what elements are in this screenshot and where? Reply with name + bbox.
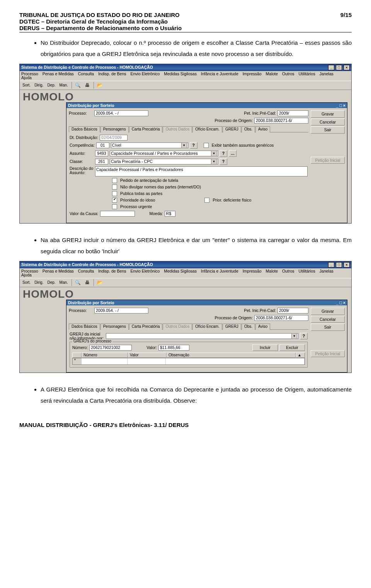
menu-janelas[interactable]: Janelas [320, 269, 334, 273]
help-icon-3[interactable]: ? [220, 158, 227, 165]
chevron-down-icon[interactable]: ▼ [181, 142, 187, 148]
window-controls-2[interactable]: _ □ × [328, 262, 350, 268]
tb-man[interactable]: Man. [58, 280, 69, 285]
menu-medidas[interactable]: Medidas Sigilosas [164, 269, 197, 273]
menu-indisp[interactable]: Indisp. de Bens [98, 71, 126, 76]
input-proc-origem-2[interactable]: 2008.038.000271-6/ [254, 315, 308, 321]
menu-indisp[interactable]: Indisp. de Bens [98, 269, 126, 273]
chevron-down-icon[interactable]: ▼ [291, 333, 297, 339]
chk-idoso[interactable] [112, 198, 117, 203]
subwindow-controls[interactable]: _ □ × [336, 103, 345, 108]
sub-maximize-icon[interactable]: □ [340, 300, 342, 305]
menu-janelas[interactable]: Janelas [320, 71, 334, 76]
help-icon-2[interactable]: ? [220, 150, 227, 157]
scroll-up-icon[interactable]: ▲ [296, 352, 305, 358]
tab-personagens[interactable]: Personagens [100, 126, 129, 132]
menu-malote[interactable]: Malote [266, 269, 278, 273]
window-controls[interactable]: _ □ × [328, 65, 350, 70]
menubar-2[interactable]: Processo Penas e Medidas Consulta Indisp… [20, 268, 351, 278]
sair-button-2[interactable]: Sair [311, 324, 345, 331]
print-icon[interactable]: 🖶 [83, 82, 91, 89]
sair-button[interactable]: Sair [311, 126, 345, 134]
menu-ajuda[interactable]: Ajuda [21, 273, 32, 277]
chk-publica-todas[interactable] [112, 191, 117, 196]
excluir-button[interactable]: Excluir [279, 344, 305, 351]
menu-utilitarios[interactable]: Utilitários [298, 71, 315, 76]
cancelar-button[interactable]: Cancelar [311, 119, 345, 126]
gravar-button[interactable]: Gravar [311, 110, 345, 118]
select-grerj-nao-inf[interactable]: ▼ [106, 333, 298, 339]
sub-minimize-icon[interactable]: _ [336, 300, 339, 305]
tab-personagens-2[interactable]: Personagens [100, 324, 129, 330]
menu-infancia[interactable]: Infância e Juventude [201, 269, 238, 273]
menu-consulta[interactable]: Consulta [78, 71, 94, 76]
select-classe[interactable]: Carta Precatória - CPC▼ [110, 159, 218, 164]
menu-impressao[interactable]: Impressão [243, 71, 262, 76]
input-processo[interactable]: 2009.054. - / [94, 110, 148, 116]
chk-tutela[interactable] [112, 178, 117, 183]
tab-oficio-encam-2[interactable]: Ofício Encam. [192, 324, 222, 330]
select-assunto[interactable]: Capacidade Processual / Partes e Procura… [110, 151, 218, 156]
tb-dirig[interactable]: Dirig. [33, 83, 44, 88]
close-icon[interactable]: × [344, 65, 350, 70]
input-peticao-2[interactable]: 2009/ [277, 308, 308, 313]
textarea-desc-assunto[interactable]: Capacidade Processual / Partes e Procura… [95, 166, 308, 176]
menu-infancia[interactable]: Infância e Juventude [201, 71, 238, 76]
input-moeda[interactable]: R$ [165, 211, 175, 217]
chk-urgente[interactable] [112, 204, 117, 209]
input-grerj-numero[interactable]: 2062179021002 [89, 345, 132, 351]
input-classe-cod[interactable]: 261 [95, 159, 108, 164]
tab-aviso-2[interactable]: Aviso [255, 324, 270, 330]
menu-envio[interactable]: Envio Eletrônico [130, 71, 160, 76]
search-icon[interactable]: 🔍 [74, 82, 82, 89]
help-icon-grerj[interactable]: ? [300, 333, 308, 339]
chevron-down-icon[interactable]: ▼ [211, 151, 217, 156]
tb-dirig[interactable]: Dirig. [33, 280, 44, 285]
incluir-button[interactable]: Incluir [252, 344, 278, 351]
tab-outros-dados[interactable]: Outros Dados [163, 126, 192, 132]
input-peticao[interactable]: 2009/ [277, 110, 308, 116]
select-competencia[interactable]: Cível▼ [111, 142, 188, 148]
menu-envio[interactable]: Envio Eletrônico [130, 269, 160, 273]
maximize-icon[interactable]: □ [336, 262, 342, 268]
chk-nao-divulgar[interactable] [112, 185, 117, 190]
tb-dep[interactable]: Dep. [46, 280, 56, 285]
tab-obs[interactable]: Obs. [242, 126, 255, 132]
tab-dados-basicos-2[interactable]: Dados Básicos [69, 324, 100, 330]
menu-outros[interactable]: Outros [282, 269, 294, 273]
tab-oficio-encam[interactable]: Ofício Encam. [192, 126, 222, 132]
input-processo-2[interactable]: 2009.054. - / [94, 308, 148, 313]
cancelar-button-2[interactable]: Cancelar [311, 316, 345, 323]
menu-utilitarios[interactable]: Utilitários [298, 269, 315, 273]
close-icon[interactable]: × [344, 262, 350, 268]
tb-sort[interactable]: Sort. [21, 280, 32, 285]
tb-man[interactable]: Man. [58, 83, 69, 88]
sub-close-icon[interactable]: × [343, 103, 345, 108]
menu-consulta[interactable]: Consulta [78, 269, 94, 273]
tab-carta-precatoria[interactable]: Carta Precatória [129, 126, 163, 132]
sub-close-icon[interactable]: × [343, 300, 345, 305]
tab-outros-dados-2[interactable]: Outros Dados [163, 324, 192, 330]
help-icon[interactable]: ? [190, 142, 197, 149]
peticao-inicial-button-2[interactable]: Petição Inicial [311, 350, 345, 358]
menu-ajuda[interactable]: Ajuda [21, 75, 32, 80]
exit-icon[interactable]: 📂 [96, 82, 104, 89]
menu-penas[interactable]: Penas e Medidas [43, 269, 74, 273]
input-comp-cod[interactable]: 01 [96, 142, 109, 148]
menu-impressao[interactable]: Impressão [243, 269, 262, 273]
menu-malote[interactable]: Malote [266, 71, 278, 76]
tab-obs-2[interactable]: Obs. [242, 324, 255, 330]
tab-dados-basicos[interactable]: Dados Básicos [69, 126, 100, 132]
peticao-inicial-button[interactable]: Petição Inicial [311, 157, 345, 164]
menubar[interactable]: Processo Penas e Medidas Consulta Indisp… [20, 71, 351, 81]
sub-maximize-icon[interactable]: □ [340, 103, 342, 108]
tab-aviso[interactable]: Aviso [255, 126, 270, 132]
exit-icon[interactable]: 📂 [96, 279, 104, 286]
menu-medidas[interactable]: Medidas Sigilosas [164, 71, 197, 76]
input-valor-causa[interactable] [100, 211, 135, 217]
input-grerj-valor[interactable]: $11.885,66 [158, 345, 189, 351]
chk-genericos[interactable] [204, 143, 209, 148]
chk-def[interactable] [204, 198, 209, 203]
maximize-icon[interactable]: □ [336, 65, 342, 70]
gravar-button-2[interactable]: Gravar [311, 308, 345, 315]
